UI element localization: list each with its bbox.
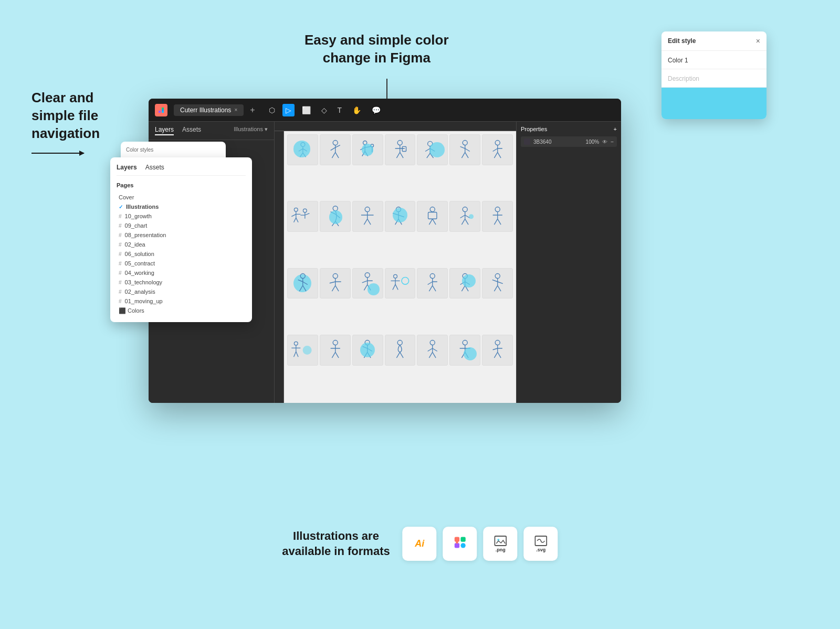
svg-line-101 xyxy=(329,282,335,283)
page-float-illustrations[interactable]: ✓ Illustrations xyxy=(117,202,246,211)
page-float-cover[interactable]: Cover xyxy=(117,193,246,202)
sidebar-float-tab-assets[interactable]: Assets xyxy=(145,164,164,171)
svg-line-143 xyxy=(335,353,338,358)
page-float-presentation[interactable]: # 08_presentation xyxy=(117,230,246,240)
svg-line-122 xyxy=(429,285,432,291)
canvas-main[interactable] xyxy=(284,131,516,403)
illus-cell-10[interactable] xyxy=(352,201,383,232)
sidebar-float-tabs: Layers Assets xyxy=(117,164,246,176)
illus-cell-6[interactable] xyxy=(449,134,480,165)
page-float-working[interactable]: # 04_working xyxy=(117,268,246,278)
svg-point-80 xyxy=(463,207,467,211)
illus-cell-17[interactable] xyxy=(352,268,383,299)
svg-line-91 xyxy=(494,219,497,225)
svg-line-51 xyxy=(291,214,296,216)
illus-cell-15[interactable] xyxy=(287,268,318,299)
svg-rect-172 xyxy=(460,537,465,542)
svg-point-131 xyxy=(294,342,298,345)
illus-cell-4[interactable] xyxy=(385,134,416,165)
svg-line-85 xyxy=(465,219,468,225)
illus-cell-23[interactable] xyxy=(320,335,351,366)
props-title: Properties xyxy=(521,126,547,132)
page-float-contract[interactable]: # 05_contract xyxy=(117,259,246,268)
tab-close-icon[interactable]: × xyxy=(234,107,237,113)
visibility-icon[interactable]: 👁 xyxy=(602,139,607,145)
svg-line-68 xyxy=(364,219,368,225)
page-float-chart[interactable]: # 09_chart xyxy=(117,221,246,230)
illus-cell-21[interactable] xyxy=(482,268,513,299)
tool-frame[interactable]: ⬜ xyxy=(299,104,314,116)
tab-layers[interactable]: Layers xyxy=(155,126,174,135)
illus-cell-24[interactable] xyxy=(352,335,383,366)
close-icon[interactable]: × xyxy=(756,37,760,45)
svg-line-58 xyxy=(305,214,310,215)
pages-float-list: Cover ✓ Illustrations # 10_growth # 09_c… xyxy=(117,193,246,316)
svg-point-138 xyxy=(333,340,338,345)
svg-line-135 xyxy=(293,351,296,357)
figma-tab[interactable]: Cuterr Illustrations × xyxy=(174,104,244,116)
tool-home[interactable]: ⬡ xyxy=(266,104,278,116)
illus-cell-11[interactable] xyxy=(385,201,416,232)
svg-line-92 xyxy=(498,219,501,225)
tab-assets[interactable]: Assets xyxy=(182,126,201,135)
illus-cell-28[interactable] xyxy=(482,335,513,366)
illus-cell-14[interactable] xyxy=(482,201,513,232)
page-float-analysis[interactable]: # 02_analysis xyxy=(117,287,246,296)
svg-line-29 xyxy=(400,152,403,158)
tab-add-icon[interactable]: + xyxy=(250,105,255,115)
tool-hand[interactable]: ✋ xyxy=(349,104,364,116)
figma-toolbar: Cuterr Illustrations × + ⬡ ▷ ⬜ ◇ T ✋ 💬 xyxy=(149,99,621,122)
svg-line-45 xyxy=(492,148,497,151)
illus-cell-19[interactable] xyxy=(417,268,448,299)
illus-cell-16[interactable] xyxy=(320,268,351,299)
illus-cell-13[interactable] xyxy=(449,201,480,232)
page-float-growth[interactable]: # 10_growth xyxy=(117,211,246,221)
svg-point-99 xyxy=(333,274,338,279)
illus-cell-27[interactable] xyxy=(449,335,480,366)
svg-line-40 xyxy=(465,148,470,151)
svg-point-150 xyxy=(397,340,402,345)
top-callout: Easy and simple color change in Figma xyxy=(304,31,449,67)
sidebar-float-tab-layers[interactable]: Layers xyxy=(117,164,137,171)
svg-rect-171 xyxy=(455,537,459,542)
svg-line-158 xyxy=(433,353,436,358)
tool-select[interactable]: ▷ xyxy=(282,104,295,116)
tool-text[interactable]: T xyxy=(334,104,345,116)
illus-cell-26[interactable] xyxy=(417,335,448,366)
edit-style-desc-field[interactable]: Description xyxy=(662,69,766,88)
illus-cell-3[interactable] xyxy=(352,134,383,165)
illus-cell-25[interactable] xyxy=(385,335,416,366)
svg-line-98 xyxy=(302,285,306,291)
illus-cell-22[interactable] xyxy=(287,335,318,366)
page-float-moving[interactable]: # 01_moving_up xyxy=(117,296,246,306)
illus-cell-12[interactable] xyxy=(417,201,448,232)
svg-rect-2 xyxy=(159,111,161,113)
color-preview-row[interactable]: 3B3640 100% 👁 − xyxy=(521,136,617,147)
illus-cell-5[interactable] xyxy=(417,134,448,165)
svg-line-16 xyxy=(335,152,338,158)
svg-line-142 xyxy=(332,353,335,358)
svg-line-129 xyxy=(494,285,497,291)
props-add-icon[interactable]: + xyxy=(614,126,617,132)
illus-cell-9[interactable] xyxy=(320,201,351,232)
page-float-technology[interactable]: # 03_technology xyxy=(117,278,246,287)
illus-cell-20[interactable] xyxy=(449,268,480,299)
page-float-colors[interactable]: ⬛ Colors xyxy=(117,306,246,316)
tool-comment[interactable]: 💬 xyxy=(369,104,384,116)
illus-cell-18[interactable] xyxy=(385,268,416,299)
svg-point-11 xyxy=(333,140,338,145)
svg-line-97 xyxy=(299,285,302,291)
illus-cell-8[interactable] xyxy=(287,201,318,232)
page-float-idea[interactable]: # 02_idea xyxy=(117,240,246,249)
panel-tabs: Layers Assets Illustrations ▾ xyxy=(149,122,274,140)
page-float-solution[interactable]: # 06_solution xyxy=(117,249,246,259)
edit-style-name-field[interactable]: Color 1 xyxy=(662,51,766,69)
illustrations-tab[interactable]: Illustrations ▾ xyxy=(234,126,268,135)
illus-cell-1[interactable] xyxy=(287,134,318,165)
svg-line-156 xyxy=(433,348,437,351)
illus-cell-2[interactable] xyxy=(320,134,351,165)
tool-shape[interactable]: ◇ xyxy=(318,104,330,116)
illus-cell-7[interactable] xyxy=(482,134,513,165)
subtract-icon[interactable]: − xyxy=(611,139,614,145)
pages-float-label: Pages xyxy=(117,182,246,188)
